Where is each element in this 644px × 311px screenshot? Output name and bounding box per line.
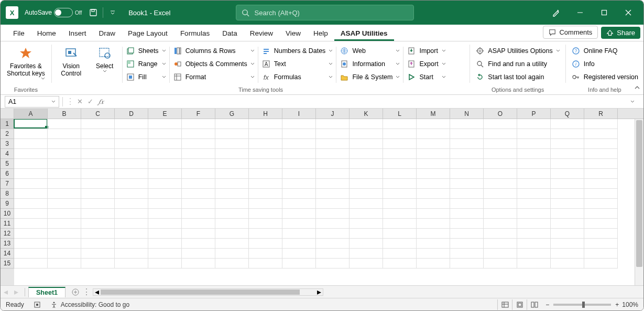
- scroll-left-button[interactable]: ◂: [93, 289, 101, 295]
- save-button[interactable]: [86, 5, 101, 20]
- sheet-nav-prev[interactable]: ◂: [1, 287, 11, 297]
- tab-draw[interactable]: Draw: [93, 26, 122, 41]
- start-last-tool-button[interactable]: Start last tool again: [473, 71, 562, 83]
- search-box[interactable]: Search (Alt+Q): [236, 5, 414, 20]
- column-header[interactable]: P: [517, 109, 551, 119]
- tab-home[interactable]: Home: [31, 26, 62, 41]
- ribbon-collapse-button[interactable]: [634, 85, 640, 91]
- find-utility-button[interactable]: Find and run a utility: [473, 58, 562, 70]
- column-header[interactable]: K: [350, 109, 383, 119]
- column-header[interactable]: M: [417, 109, 450, 119]
- row-header[interactable]: 3: [1, 139, 14, 149]
- row-header[interactable]: 14: [1, 249, 14, 259]
- enter-formula-button[interactable]: ✓: [85, 96, 95, 107]
- row-header[interactable]: 6: [1, 169, 14, 179]
- select-button[interactable]: Select: [89, 44, 121, 85]
- tab-data[interactable]: Data: [216, 26, 244, 41]
- column-header[interactable]: G: [215, 109, 249, 119]
- close-button[interactable]: [616, 3, 640, 22]
- objects-comments-button[interactable]: Objects & Comments: [171, 58, 257, 70]
- row-header[interactable]: 15: [1, 259, 14, 269]
- column-header[interactable]: N: [450, 109, 484, 119]
- fx-icon[interactable]: 𝑓𝑥: [99, 98, 104, 106]
- tab-view[interactable]: View: [279, 26, 307, 41]
- numbers-dates-button[interactable]: Numbers & Dates: [259, 45, 335, 57]
- row-header[interactable]: 9: [1, 199, 14, 209]
- column-header[interactable]: I: [282, 109, 316, 119]
- column-header[interactable]: E: [148, 109, 182, 119]
- tab-page-layout[interactable]: Page Layout: [122, 26, 174, 41]
- horizontal-scrollbar[interactable]: ◂ ▸: [93, 288, 323, 296]
- vertical-scroll-thumb[interactable]: [636, 120, 642, 267]
- sheet-nav-next[interactable]: ▸: [11, 287, 21, 297]
- row-header[interactable]: 8: [1, 189, 14, 199]
- range-button[interactable]: Range: [124, 58, 168, 70]
- comments-button[interactable]: Comments: [543, 26, 598, 39]
- vision-control-button[interactable]: Vision Control: [55, 44, 88, 85]
- row-header[interactable]: 7: [1, 179, 14, 189]
- column-header[interactable]: O: [484, 109, 517, 119]
- row-header[interactable]: 2: [1, 129, 14, 139]
- zoom-slider[interactable]: [553, 304, 611, 306]
- column-header[interactable]: R: [584, 109, 618, 119]
- formula-input[interactable]: [107, 96, 630, 108]
- tab-review[interactable]: Review: [244, 26, 279, 41]
- column-header[interactable]: F: [182, 109, 215, 119]
- zoom-percent[interactable]: 100%: [622, 301, 638, 308]
- row-header[interactable]: 1: [1, 119, 14, 129]
- view-page-layout-button[interactable]: [512, 299, 527, 310]
- column-header[interactable]: B: [48, 109, 81, 119]
- column-header[interactable]: J: [316, 109, 350, 119]
- tab-help[interactable]: Help: [307, 26, 334, 41]
- registered-version-button[interactable]: Registered version: [569, 71, 640, 83]
- cancel-formula-button[interactable]: ✕: [74, 96, 85, 107]
- qat-dropdown[interactable]: [105, 5, 120, 20]
- tab-insert[interactable]: Insert: [62, 26, 93, 41]
- tab-formulas[interactable]: Formulas: [174, 26, 216, 41]
- row-header[interactable]: 10: [1, 209, 14, 219]
- row-header[interactable]: 4: [1, 149, 14, 159]
- favorites-shortcuts-button[interactable]: Favorites & Shortcut keys: [4, 44, 48, 85]
- tab-file[interactable]: File: [7, 26, 31, 41]
- name-box[interactable]: A1: [5, 96, 59, 108]
- file-system-button[interactable]: File & System: [337, 71, 402, 83]
- info-button[interactable]: iInfo: [569, 58, 640, 70]
- accessibility-status[interactable]: Accessibility: Good to go: [50, 301, 129, 308]
- formulas-button[interactable]: fxFormulas: [259, 71, 335, 83]
- vertical-scrollbar[interactable]: [635, 119, 643, 285]
- zoom-in-button[interactable]: +: [615, 301, 619, 308]
- sheet-tab-active[interactable]: Sheet1: [28, 287, 66, 297]
- horizontal-scroll-thumb[interactable]: [101, 289, 300, 295]
- import-button[interactable]: Import: [405, 45, 447, 57]
- row-header[interactable]: 12: [1, 229, 14, 239]
- online-faq-button[interactable]: ?Online FAQ: [569, 45, 640, 57]
- autosave-toggle[interactable]: [54, 8, 73, 17]
- row-header[interactable]: 11: [1, 219, 14, 229]
- minimize-button[interactable]: [568, 3, 592, 22]
- zoom-out-button[interactable]: −: [545, 301, 549, 308]
- asap-options-button[interactable]: ASAP Utilities Options: [473, 45, 562, 57]
- columns-rows-button[interactable]: Columns & Rows: [171, 45, 257, 57]
- view-normal-button[interactable]: [497, 299, 512, 310]
- format-button[interactable]: Format: [171, 71, 257, 83]
- select-all-corner[interactable]: [1, 109, 14, 119]
- text-button[interactable]: AText: [259, 58, 335, 70]
- row-header[interactable]: 5: [1, 159, 14, 169]
- macro-record-icon[interactable]: [34, 301, 41, 308]
- export-button[interactable]: Export: [405, 58, 447, 70]
- column-header[interactable]: Q: [551, 109, 584, 119]
- add-sheet-button[interactable]: [69, 287, 82, 297]
- formula-bar-expand[interactable]: [630, 99, 640, 104]
- row-header[interactable]: 13: [1, 239, 14, 249]
- sheets-button[interactable]: Sheets: [124, 45, 168, 57]
- scroll-right-button[interactable]: ▸: [315, 289, 323, 295]
- pen-button[interactable]: [544, 3, 568, 22]
- tab-asap-utilities[interactable]: ASAP Utilities: [334, 26, 394, 41]
- fill-button[interactable]: Fill: [124, 71, 168, 83]
- start-button[interactable]: Start: [405, 71, 447, 83]
- maximize-button[interactable]: [592, 3, 616, 22]
- information-button[interactable]: Information: [337, 58, 402, 70]
- column-header[interactable]: L: [383, 109, 417, 119]
- web-button[interactable]: Web: [337, 45, 402, 57]
- column-header[interactable]: A: [14, 109, 48, 119]
